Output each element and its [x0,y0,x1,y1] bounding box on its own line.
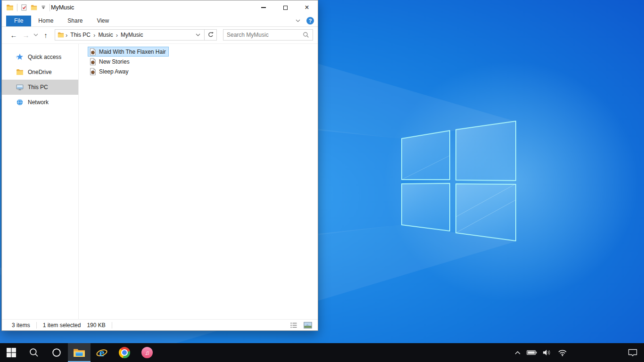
maximize-button[interactable] [274,0,296,15]
search-box[interactable] [223,29,313,41]
search-icon [29,348,39,357]
status-item-count: 3 items [12,322,30,329]
music-file-icon [89,48,97,56]
start-button[interactable] [0,343,23,362]
battery-icon [527,349,537,356]
breadcrumb-item-mymusic[interactable]: MyMusic [119,31,144,39]
sidebar-item-label: Network [28,99,49,106]
file-list: Maid With The Flaxen Hair New Stories Sl… [79,44,318,319]
tab-file[interactable]: File [6,16,31,26]
recent-locations-caret-icon[interactable] [32,33,40,36]
quick-access-star-icon [16,53,24,61]
ribbon-tab-bar: File Home Share View ? [2,15,318,27]
status-selection: 1 item selected [43,322,81,329]
refresh-button[interactable] [205,29,217,41]
thumbnail-view-button[interactable] [303,321,313,329]
file-explorer-icon [73,347,85,358]
refresh-icon [207,32,214,38]
titlebar[interactable]: MyMusic × [2,0,318,15]
breadcrumb-separator: › [64,32,69,39]
navigation-pane: Quick access OneDrive This PC Network [2,44,79,319]
breadcrumb-item-music[interactable]: Music [97,31,114,39]
sidebar-item-label: This PC [28,84,48,90]
cortana-circle-icon [52,348,61,357]
details-view-button[interactable] [289,321,298,329]
customize-quick-access-caret-icon[interactable] [41,5,46,10]
wifi-indicator[interactable] [556,347,569,358]
cortana-button[interactable] [45,343,68,362]
show-hidden-icons-button[interactable] [513,349,522,357]
this-pc-monitor-icon [16,83,24,91]
breadcrumb[interactable]: › This PC › Music › MyMusic [55,29,205,41]
search-input[interactable] [227,32,303,38]
address-bar-row: ← → ↑ › This PC › Music › MyMusic [2,27,318,43]
close-button[interactable]: × [296,0,318,15]
music-file-icon [89,68,97,75]
search-icon [303,32,309,38]
address-dropdown-caret-icon[interactable] [194,33,202,36]
taskbar-internet-explorer-button[interactable]: e [91,343,113,362]
minimize-button[interactable] [253,0,274,15]
sidebar-item-quick-access[interactable]: Quick access [2,49,78,65]
view-toggle-group [289,321,313,329]
volume-indicator[interactable] [541,347,553,358]
taskbar: e ♫ [0,343,644,362]
minimize-icon [261,7,266,8]
sidebar-item-label: OneDrive [28,69,52,75]
new-folder-icon[interactable] [31,4,37,11]
taskbar-file-explorer-button[interactable] [68,343,91,362]
tab-share[interactable]: Share [60,16,90,26]
back-button[interactable]: ← [8,31,20,39]
file-row[interactable]: New Stories [88,57,132,66]
folder-icon [16,68,24,76]
status-selection-size: 190 KB [87,322,105,329]
taskbar-search-button[interactable] [23,343,45,362]
taskbar-itunes-button[interactable]: ♫ [136,343,158,362]
action-center-icon [628,349,637,357]
properties-check-icon[interactable] [21,4,27,11]
music-file-icon [89,58,97,66]
status-bar: 3 items 1 item selected 190 KB [2,319,318,330]
maximize-icon [283,6,288,10]
titlebar-separator [17,4,17,11]
explorer-content: Quick access OneDrive This PC Network Ma… [2,43,318,319]
breadcrumb-separator: › [115,32,119,39]
itunes-icon: ♫ [141,347,153,358]
file-row[interactable]: Sleep Away [88,66,132,76]
file-name: Maid With The Flaxen Hair [99,49,166,55]
sidebar-item-network[interactable]: Network [2,95,78,110]
chevron-up-icon [514,351,521,355]
help-button[interactable]: ? [306,17,314,25]
expand-ribbon-icon[interactable] [296,19,300,22]
start-icon [7,348,16,357]
volume-icon [543,349,552,356]
explorer-window-icon [6,4,14,11]
tab-home[interactable]: Home [31,16,60,26]
status-separator [36,322,37,329]
wifi-icon [558,349,567,356]
file-name: Sleep Away [99,68,129,75]
taskbar-chrome-button[interactable] [113,343,136,362]
system-tray [513,343,644,362]
action-center-button[interactable] [621,349,644,357]
window-controls: × [253,0,318,15]
forward-button[interactable]: → [20,31,32,39]
music-note-glyph: ♫ [145,349,149,356]
network-globe-icon [16,99,24,106]
file-name: New Stories [99,58,130,65]
sidebar-item-this-pc[interactable]: This PC [2,80,78,95]
ie-letter: e [99,347,105,358]
breadcrumb-separator: › [92,32,97,39]
battery-indicator[interactable] [525,347,538,358]
details-view-icon [290,322,297,329]
internet-explorer-icon: e [96,346,108,359]
tab-view[interactable]: View [90,16,116,26]
thumbnail-view-icon [304,322,312,329]
breadcrumb-folder-icon [58,32,64,38]
up-button[interactable]: ↑ [40,31,52,39]
sidebar-item-onedrive[interactable]: OneDrive [2,65,78,80]
breadcrumb-item-this-pc[interactable]: This PC [69,31,92,39]
quick-access-toolbar [6,4,50,11]
titlebar-separator [50,4,50,11]
file-row[interactable]: Maid With The Flaxen Hair [88,47,169,57]
